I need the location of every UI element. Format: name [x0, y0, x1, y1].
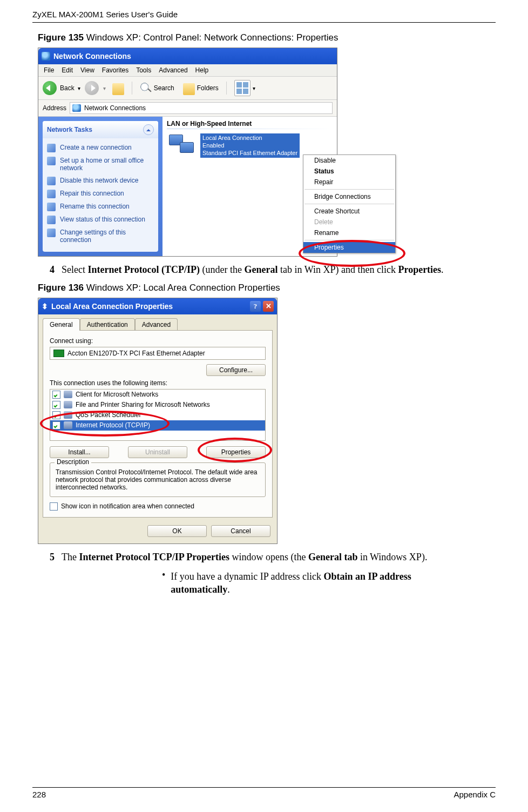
tab-authentication[interactable]: Authentication	[80, 318, 135, 331]
ctx-properties[interactable]: Properties	[303, 242, 395, 253]
description-legend: Description	[55, 458, 91, 466]
ctx-create-shortcut[interactable]: Create Shortcut	[303, 206, 395, 217]
close-button[interactable]: ✕	[263, 301, 274, 312]
bold-text: Properties	[398, 264, 441, 275]
menu-help[interactable]: Help	[195, 66, 209, 74]
task-view-status[interactable]: View status of this connection	[47, 213, 154, 226]
task-icon	[47, 157, 56, 165]
help-button[interactable]: ?	[250, 301, 261, 312]
component-icon	[64, 411, 72, 419]
window-titlebar: Network Connections	[38, 48, 337, 64]
menu-tools[interactable]: Tools	[136, 66, 151, 74]
menu-view[interactable]: View	[80, 66, 94, 74]
network-tasks-header[interactable]: Network Tasks	[43, 121, 158, 138]
ctx-separator	[304, 204, 394, 204]
forward-button[interactable]	[85, 81, 99, 95]
up-folder-icon	[112, 83, 124, 95]
item-label: File and Printer Sharing for Microsoft N…	[76, 401, 210, 408]
show-icon-checkbox[interactable]	[50, 502, 58, 511]
views-icon	[234, 80, 251, 96]
text: If you have a dynamic IP address click	[171, 571, 323, 582]
tab-general[interactable]: General	[43, 318, 80, 331]
task-label: Disable this network device	[60, 177, 138, 184]
task-icon	[47, 216, 56, 224]
running-head: ZyXEL MAX-200M1 Series User's Guide	[32, 10, 496, 23]
task-icon	[47, 144, 56, 152]
device-name: Accton EN1207D-TX PCI Fast Ethernet Adap…	[67, 350, 205, 357]
checkbox-icon[interactable]	[52, 401, 60, 409]
checkbox-icon[interactable]	[52, 411, 60, 419]
text: Select	[62, 264, 87, 275]
menu-advanced[interactable]: Advanced	[159, 66, 187, 74]
bold-text: Internet Protocol TCP/IP Properties	[79, 552, 229, 562]
dialog-titlebar: ⬍ Local Area Connection Properties ? ✕	[38, 298, 277, 314]
task-disable-device[interactable]: Disable this network device	[47, 175, 154, 187]
properties-button[interactable]: Properties	[206, 446, 266, 458]
views-button[interactable]: ▾	[232, 79, 258, 97]
page-footer: 228 Appendix C	[32, 787, 496, 799]
ctx-rename[interactable]: Rename	[303, 227, 395, 238]
forward-dropdown-icon: ▾	[103, 85, 106, 91]
description-text: Transmission Control Protocol/Internet P…	[56, 468, 260, 491]
ctx-repair[interactable]: Repair	[303, 177, 395, 187]
connection-selected-label: Local Area Connection Enabled Standard P…	[200, 133, 300, 158]
ctx-separator	[304, 240, 394, 240]
uninstall-button: Uninstall	[128, 446, 187, 458]
figure-136-title: Windows XP: Local Area Connection Proper…	[84, 283, 280, 293]
text: .	[441, 264, 444, 275]
items-listbox[interactable]: Client for Microsoft Networks File and P…	[50, 389, 266, 441]
collapse-icon[interactable]	[143, 124, 154, 135]
folders-button[interactable]: Folders	[181, 80, 221, 96]
toolbar-separator	[132, 82, 132, 95]
ctx-status[interactable]: Status	[303, 166, 395, 177]
toolbar: Back ▾ ▾ Search Folders ▾	[38, 77, 337, 100]
ok-button[interactable]: OK	[147, 525, 207, 537]
menu-edit[interactable]: Edit	[62, 66, 73, 74]
connection-name: Local Area Connection	[202, 135, 297, 142]
checkbox-icon[interactable]	[52, 391, 60, 399]
item-tcpip[interactable]: Internet Protocol (TCP/IP)	[50, 420, 265, 431]
item-client-ms-networks[interactable]: Client for Microsoft Networks	[50, 390, 265, 400]
back-label: Back	[60, 84, 75, 92]
menu-file[interactable]: File	[44, 66, 54, 74]
connect-using-label: Connect using:	[50, 337, 266, 345]
item-qos-scheduler[interactable]: QoS Packet Scheduler	[50, 410, 265, 420]
task-create-connection[interactable]: Create a new connection	[47, 142, 154, 155]
show-icon-row[interactable]: Show icon in notification area when conn…	[50, 502, 266, 511]
item-label: QoS Packet Scheduler	[76, 411, 141, 419]
task-repair[interactable]: Repair this connection	[47, 187, 154, 200]
window-title: Network Connections	[53, 52, 131, 61]
component-icon	[64, 421, 72, 429]
tabs: General Authentication Advanced	[38, 314, 277, 330]
cancel-button[interactable]: Cancel	[211, 525, 270, 537]
back-button[interactable]: Back ▾	[43, 81, 80, 95]
task-change-settings[interactable]: Change settings of this connection	[47, 226, 154, 246]
figure-136-caption: Figure 136 Windows XP: Local Area Connec…	[32, 283, 496, 293]
configure-button[interactable]: Configure...	[206, 364, 266, 376]
checkbox-icon[interactable]	[52, 421, 60, 430]
figure-135-title: Windows XP: Control Panel: Network Conne…	[84, 32, 338, 43]
bullet-dot: •	[162, 570, 165, 596]
task-rename[interactable]: Rename this connection	[47, 200, 154, 213]
menu-favorites[interactable]: Favorites	[102, 66, 128, 74]
views-dropdown-icon: ▾	[253, 85, 255, 91]
address-label: Address	[43, 104, 66, 112]
ctx-bridge[interactable]: Bridge Connections	[303, 191, 395, 202]
step-4-text: Select Internet Protocol (TCP/IP) (under…	[62, 263, 444, 276]
task-setup-network[interactable]: Set up a home or small office network	[47, 155, 154, 175]
task-label: Repair this connection	[60, 190, 124, 197]
network-tasks-title: Network Tasks	[47, 126, 92, 133]
item-file-print-sharing[interactable]: File and Printer Sharing for Microsoft N…	[50, 400, 265, 410]
search-icon	[140, 82, 152, 94]
address-field[interactable]: Network Connections	[70, 102, 333, 114]
figure-136-number: Figure 136	[38, 283, 84, 293]
search-button[interactable]: Search	[138, 81, 177, 95]
install-button[interactable]: Install...	[50, 446, 109, 458]
ctx-separator	[304, 189, 394, 190]
up-button[interactable]	[110, 80, 126, 96]
ctx-disable[interactable]: Disable	[303, 155, 395, 166]
task-label: View status of this connection	[60, 216, 145, 223]
connection-device: Standard PCI Fast Ethernet Adapter	[202, 150, 297, 157]
search-label: Search	[154, 84, 174, 92]
tab-advanced[interactable]: Advanced	[135, 318, 178, 331]
